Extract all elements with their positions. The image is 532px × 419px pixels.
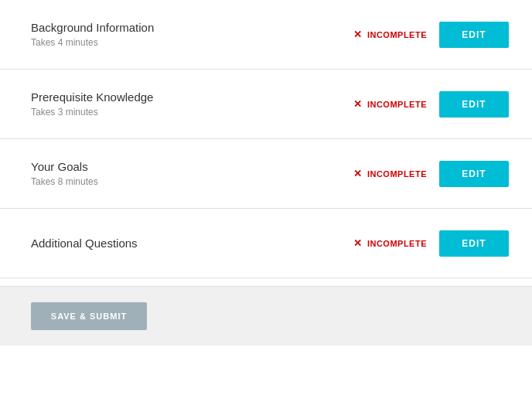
status-text: INCOMPLETE [367,169,427,179]
section-time-your-goals: Takes 8 minutes [31,176,98,187]
section-item-prerequisite-knowledge: Prerequisite KnowledgeTakes 3 minutes✕IN… [0,70,532,139]
status-badge-additional-questions: ✕INCOMPLETE [353,237,427,249]
edit-button-background-information[interactable]: EDIT [439,22,509,48]
section-item-your-goals: Your GoalsTakes 8 minutes✕INCOMPLETEEDIT [0,139,532,209]
edit-button-prerequisite-knowledge[interactable]: EDIT [439,91,509,118]
section-actions-additional-questions: ✕INCOMPLETEEDIT [353,230,509,257]
section-item-background-information: Background InformationTakes 4 minutes✕IN… [0,0,532,70]
status-text: INCOMPLETE [367,30,427,39]
edit-button-additional-questions[interactable]: EDIT [439,230,509,257]
status-text: INCOMPLETE [367,100,427,109]
section-title-additional-questions: Additional Questions [31,237,138,250]
x-icon: ✕ [353,237,363,249]
save-submit-button[interactable]: SAVE & SUBMIT [31,302,147,330]
sections-container: Background InformationTakes 4 minutes✕IN… [0,0,532,278]
section-actions-background-information: ✕INCOMPLETEEDIT [353,22,509,48]
x-icon: ✕ [353,29,363,40]
status-badge-prerequisite-knowledge: ✕INCOMPLETE [353,98,427,110]
section-title-background-information: Background Information [31,21,154,34]
main-content: Background InformationTakes 4 minutes✕IN… [0,0,532,346]
x-icon: ✕ [353,168,363,179]
status-badge-your-goals: ✕INCOMPLETE [353,168,427,179]
edit-button-your-goals[interactable]: EDIT [439,161,509,187]
footer: SAVE & SUBMIT [0,286,532,346]
section-actions-prerequisite-knowledge: ✕INCOMPLETEEDIT [353,91,509,118]
status-text: INCOMPLETE [367,239,427,248]
section-title-your-goals: Your Goals [31,160,98,173]
section-time-background-information: Takes 4 minutes [31,37,154,48]
section-info-background-information: Background InformationTakes 4 minutes [31,21,154,48]
section-info-additional-questions: Additional Questions [31,237,138,250]
status-badge-background-information: ✕INCOMPLETE [353,29,427,40]
section-info-your-goals: Your GoalsTakes 8 minutes [31,160,98,187]
section-item-additional-questions: Additional Questions✕INCOMPLETEEDIT [0,209,532,278]
section-info-prerequisite-knowledge: Prerequisite KnowledgeTakes 3 minutes [31,90,153,118]
section-actions-your-goals: ✕INCOMPLETEEDIT [353,161,509,187]
section-time-prerequisite-knowledge: Takes 3 minutes [31,107,153,118]
section-title-prerequisite-knowledge: Prerequisite Knowledge [31,90,153,104]
x-icon: ✕ [353,98,363,110]
